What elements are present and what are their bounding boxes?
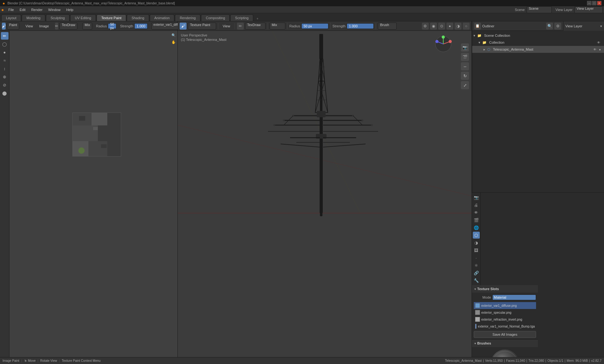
vp-xray-icon[interactable]: ⊙	[438, 23, 445, 30]
scene-label: Scene	[515, 8, 525, 12]
clone-tool[interactable]: ⊕	[1, 73, 8, 80]
mode-value[interactable]: Material	[492, 295, 536, 300]
texture-slot-1[interactable]: exterior_specular.png	[474, 309, 536, 316]
vp-strength-input[interactable]: 1.000	[347, 23, 374, 29]
scene-dropdown[interactable]: Scene	[527, 6, 552, 13]
prop-object-data-icon[interactable]: ⬡	[473, 232, 480, 239]
texture-slot-0[interactable]: exterior_var1_diffuse.png	[474, 302, 536, 309]
visibility-icon[interactable]: 👁	[597, 41, 600, 44]
tab-layout[interactable]: Layout	[1, 14, 21, 21]
vp-camera-icon[interactable]: 📷	[461, 43, 469, 52]
paint-mode-icon[interactable]: 🖌	[2, 23, 6, 30]
menu-help[interactable]: Help	[64, 7, 76, 12]
vp-overlay-icon[interactable]: ◉	[430, 23, 437, 30]
vp-scene-icon[interactable]: 🎬	[461, 53, 469, 61]
pan-tool[interactable]: ✋	[171, 39, 177, 45]
vp-rotate-icon[interactable]: ↻	[461, 72, 469, 80]
prop-texture-icon[interactable]: 🖼	[473, 247, 480, 254]
prop-constraints-icon[interactable]: 🔗	[473, 269, 480, 276]
prop-world-icon[interactable]: 🌐	[473, 224, 480, 231]
menu-render[interactable]: Render	[29, 7, 45, 12]
vp-render-icon[interactable]: ○	[463, 23, 470, 30]
close-btn[interactable]: ×	[597, 1, 601, 5]
scene-collection-item[interactable]: ▾ 📁 Scene Collection	[472, 32, 604, 39]
vp-brush-icon[interactable]: ✏	[237, 23, 244, 30]
image-menu[interactable]: Image	[37, 24, 52, 29]
smear-tool[interactable]: ↕	[1, 65, 8, 72]
tab-uv-editing[interactable]: UV Editing	[70, 14, 96, 21]
outliner-settings-icon[interactable]: ⚙	[554, 23, 561, 30]
brushes-header[interactable]: ▾ Brushes	[472, 339, 538, 347]
texture-slot-3[interactable]: exterior_var1_normal_Normal_Bump.tga	[474, 323, 536, 330]
object-visibility-icon[interactable]: 👁	[593, 48, 596, 51]
mode-dropdown[interactable]: Paint	[7, 23, 19, 30]
workspace-tabs: Layout Modeling Sculpting UV Editing Tex…	[0, 13, 604, 21]
strength-input[interactable]: 1.000	[134, 23, 148, 29]
viewport-mode-dropdown[interactable]: Texture Paint	[188, 23, 216, 30]
brush-dropdown[interactable]: TexDraw	[59, 23, 77, 30]
tab-compositing[interactable]: Compositing	[201, 14, 230, 21]
vp-view-menu[interactable]: View	[220, 24, 233, 29]
vp-solid-icon[interactable]: ●	[446, 23, 453, 30]
prop-material-icon[interactable]: ◑	[473, 239, 480, 246]
draw-tool[interactable]: ✏	[1, 32, 8, 40]
soften-tool[interactable]: ≈	[1, 57, 8, 64]
vp-material-icon[interactable]: ◑	[455, 23, 461, 30]
vp-radius-input[interactable]: 50 px	[301, 23, 328, 29]
tab-rendering[interactable]: Rendering	[175, 14, 200, 21]
prop-view-icon[interactable]: 👁	[473, 209, 480, 216]
vp-brush-type-dropdown[interactable]: Brush	[378, 23, 397, 30]
extra-tool[interactable]: ⬤	[1, 89, 8, 97]
tab-animation[interactable]: Animation	[150, 14, 175, 21]
tab-texture-paint[interactable]: Texture Paint	[97, 14, 126, 21]
image-canvas[interactable]: 🔍 ✋	[9, 31, 177, 364]
object-item[interactable]: ▸ ⬡ Telescopic_Antenna_Mast 👁 ●	[472, 46, 604, 53]
menu-edit[interactable]: Edit	[17, 7, 28, 12]
add-workspace-btn[interactable]: +	[254, 16, 261, 21]
texture-slot-2[interactable]: exterior_refraction_invert.png	[474, 316, 536, 323]
prop-modifiers-icon[interactable]: 🔧	[473, 277, 480, 284]
menu-window[interactable]: Window	[46, 7, 63, 12]
maximize-btn[interactable]: □	[592, 1, 596, 5]
fill-tool[interactable]: ●	[1, 48, 8, 56]
radius-input[interactable]: 50 px	[108, 23, 116, 29]
object-select-icon[interactable]: ●	[599, 48, 601, 51]
viewport-mode-icon[interactable]: 🖌	[180, 23, 187, 30]
status-move: 🖱 Move	[24, 359, 36, 362]
vp-sep-5	[330, 23, 331, 29]
prop-particles-icon[interactable]: ·	[473, 254, 480, 261]
prop-scene-icon[interactable]: 🎬	[473, 217, 480, 223]
vp-scale-icon[interactable]: ⤢	[461, 81, 469, 89]
menu-file[interactable]: File	[6, 7, 16, 12]
prop-physics-icon[interactable]: ⚛	[473, 262, 480, 269]
image-editor-content: ✏ ◯ ● ≈ ↕ ⊕ ⊘ ⬤	[0, 31, 177, 364]
viewport-canvas[interactable]: User Perspective (1) Telescopic_Antenna_…	[178, 31, 472, 364]
vp-sep-2	[235, 23, 235, 29]
minimize-btn[interactable]: ─	[587, 1, 591, 5]
view-layer-dropdown[interactable]: View Layer	[574, 6, 603, 13]
vp-gizmo-icon[interactable]: ⚙	[422, 23, 429, 30]
outliner-filter-icon[interactable]: 🔍	[546, 23, 553, 30]
mask-tool[interactable]: ⊘	[1, 81, 8, 89]
zoom-tool[interactable]: 🔍	[171, 32, 177, 38]
brush-icon[interactable]: ✏	[55, 23, 58, 30]
expand-icon2: ▾	[478, 41, 480, 45]
erase-tool[interactable]: ◯	[1, 40, 8, 48]
vp-blend-dropdown[interactable]: Mix	[270, 23, 285, 30]
tab-shading[interactable]: Shading	[127, 14, 149, 21]
tab-modeling[interactable]: Modeling	[22, 14, 45, 21]
tab-scripting[interactable]: Scripting	[230, 14, 253, 21]
outliner-content: ▾ 📁 Scene Collection ▾ 📁 Collection 👁 ▸ …	[472, 31, 604, 192]
blend-dropdown[interactable]: Mix	[82, 23, 92, 30]
prop-output-icon[interactable]: 🖨	[473, 201, 480, 208]
tab-sculpting[interactable]: Sculpting	[46, 14, 70, 21]
texture-slots-header[interactable]: ▾ Texture Slots	[472, 285, 538, 293]
vp-move-icon[interactable]: ↔	[461, 62, 469, 70]
prop-render-icon[interactable]: 📷	[473, 194, 480, 201]
vp-brush-dropdown[interactable]: TexDraw	[245, 23, 266, 30]
view-menu[interactable]: View	[23, 24, 36, 29]
save-all-images-btn[interactable]: Save All Images	[474, 331, 536, 338]
object-label: (1) Telescopic_Antenna_Mast	[181, 38, 226, 41]
collection-item[interactable]: ▾ 📁 Collection 👁	[472, 39, 604, 46]
properties-icons-bar: 📷 🖨 👁 🎬 🌐 ⬡ ◑ 🖼 · ⚛ 🔗 🔧	[472, 193, 481, 285]
